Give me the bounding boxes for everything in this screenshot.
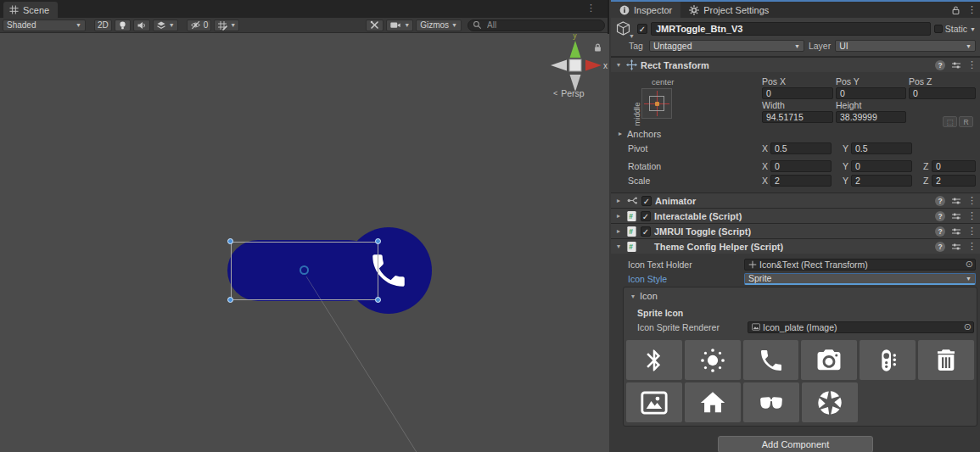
pivot-x-field[interactable]: 0.5: [770, 142, 832, 154]
foldout-collapsed-icon[interactable]: ▸: [614, 227, 623, 235]
interactable-enabled-checkbox[interactable]: ✓: [641, 211, 651, 221]
pos-z-field[interactable]: 0: [909, 87, 976, 99]
jmrui-toggle-script-header[interactable]: ▸ # ✓ JMRUI Toggle (Script) ? ⋮: [611, 223, 980, 238]
anchor-preset-box[interactable]: [641, 88, 672, 119]
scale-y-field[interactable]: 2: [851, 175, 912, 187]
scene-lighting-button[interactable]: [115, 20, 131, 31]
icon-foldout[interactable]: ▾ Icon: [626, 290, 974, 302]
presets-icon[interactable]: [951, 242, 961, 252]
object-picker-icon[interactable]: ⊙: [966, 259, 973, 270]
inspector-menu-icon[interactable]: ⋮: [967, 4, 977, 15]
presets-icon[interactable]: [951, 211, 961, 221]
icon-tile-home[interactable]: [685, 382, 741, 422]
scene-visibility-button[interactable]: 0: [187, 20, 212, 31]
rect-transform-header[interactable]: ▾ Rect Transform ? ⋮: [611, 57, 980, 72]
rotation-x-field[interactable]: 0: [770, 160, 832, 172]
rotation-z-field[interactable]: 0: [932, 160, 976, 172]
presets-icon[interactable]: [951, 226, 961, 237]
help-icon[interactable]: ?: [935, 60, 945, 70]
icon-tile-bluetooth[interactable]: [626, 340, 682, 380]
search-icon: [473, 20, 482, 30]
theme-config-helper-title: Theme Config Helper (Script): [654, 242, 932, 252]
icon-tile-camera[interactable]: [801, 340, 857, 380]
pivot-handle[interactable]: [300, 265, 309, 275]
presets-icon[interactable]: [951, 60, 961, 70]
scene-effects-button[interactable]: ▼: [153, 20, 178, 31]
icon-style-dropdown[interactable]: Sprite ▼: [744, 273, 976, 285]
static-checkbox[interactable]: [934, 25, 943, 33]
chevron-down-icon[interactable]: ▼: [970, 26, 976, 32]
icon-tile-shutter[interactable]: [802, 382, 858, 422]
interactable-script-header[interactable]: ▸ # ✓ Interactable (Script) ? ⋮: [611, 208, 980, 223]
tab-inspector[interactable]: Inspector: [611, 2, 680, 18]
icon-tile-glasses[interactable]: [743, 382, 799, 422]
help-icon[interactable]: ?: [935, 242, 945, 252]
width-field[interactable]: 94.51715: [762, 111, 833, 123]
help-icon[interactable]: ?: [935, 226, 945, 237]
add-component-button[interactable]: Add Component: [718, 436, 873, 452]
foldout-collapsed-icon[interactable]: ▸: [614, 212, 623, 220]
pos-y-field[interactable]: 0: [836, 87, 906, 99]
selection-handle-top-right[interactable]: [375, 238, 381, 244]
icon-tile-image[interactable]: [626, 382, 682, 422]
component-menu-icon[interactable]: ⋮: [967, 195, 977, 206]
anchors-foldout[interactable]: ▸ Anchors: [611, 127, 980, 140]
selection-handle-top-left[interactable]: [227, 238, 233, 244]
component-menu-icon[interactable]: ⋮: [967, 241, 977, 252]
scale-z-field[interactable]: 2: [932, 175, 976, 187]
component-tools-button[interactable]: [366, 20, 384, 31]
icon-text-holder-object-field[interactable]: Icon&Text (Rect Transform) ⊙: [744, 259, 976, 271]
foldout-expanded-icon[interactable]: ▾: [614, 61, 623, 69]
scene-audio-button[interactable]: [133, 20, 150, 31]
2d-toggle-button[interactable]: 2D: [94, 20, 112, 31]
selection-handle-bottom-left[interactable]: [227, 297, 233, 303]
gameobject-active-checkbox[interactable]: ✓: [637, 24, 647, 34]
icon-tile-trash[interactable]: [918, 340, 974, 380]
grid-snapping-button[interactable]: ▼: [214, 20, 239, 31]
pos-x-field[interactable]: 0: [762, 87, 833, 99]
jmrui-toggle-enabled-checkbox[interactable]: ✓: [641, 226, 651, 237]
shading-mode-dropdown[interactable]: Shaded▼: [3, 20, 86, 31]
tab-scene[interactable]: Scene: [3, 2, 58, 18]
animator-header[interactable]: ▸ ✓ Animator ? ⋮: [611, 193, 980, 208]
object-picker-icon[interactable]: ⊙: [964, 321, 972, 332]
gameobject-name-field[interactable]: JMRToggle_Btn_V3: [651, 22, 931, 36]
animator-enabled-checkbox[interactable]: ✓: [641, 196, 652, 206]
tag-dropdown[interactable]: Untagged▼: [649, 40, 804, 52]
help-icon[interactable]: ?: [935, 211, 945, 221]
icon-tile-phone[interactable]: [743, 340, 799, 380]
lock-icon[interactable]: [951, 5, 960, 15]
tools-icon: [369, 20, 380, 31]
selection-handle-bottom-right[interactable]: [375, 297, 381, 303]
pivot-y-field[interactable]: 0.5: [851, 142, 912, 154]
projection-toggle[interactable]: < Persp: [553, 88, 585, 98]
layer-dropdown[interactable]: UI▼: [835, 40, 976, 52]
scene-camera-button[interactable]: ▼: [386, 20, 413, 31]
gameobject-icon-button[interactable]: ▼: [615, 20, 634, 37]
help-icon[interactable]: ?: [935, 196, 945, 206]
icon-sprite-renderer-object-field[interactable]: Icon_plate (Image) ⊙: [748, 321, 974, 333]
scale-x-field[interactable]: 2: [770, 175, 832, 187]
component-menu-icon[interactable]: ⋮: [967, 226, 977, 237]
icon-tile-brightness[interactable]: [685, 340, 741, 380]
raw-edit-mode-button[interactable]: R: [959, 116, 973, 127]
tab-project-settings[interactable]: Project Settings: [680, 2, 777, 18]
theme-config-helper-header[interactable]: ▾ # Theme Config Helper (Script) ? ⋮: [611, 238, 980, 254]
foldout-expanded-icon[interactable]: ▾: [614, 243, 623, 250]
icon-tile-remote[interactable]: [860, 340, 916, 380]
rotation-y-field[interactable]: 0: [851, 160, 912, 172]
foldout-collapsed-icon[interactable]: ▸: [614, 197, 623, 204]
icon-text-holder-label: Icon Text Holder: [628, 259, 744, 270]
blueprint-mode-button[interactable]: ⬚: [943, 116, 957, 127]
scene-search-box[interactable]: [468, 20, 605, 31]
component-menu-icon[interactable]: ⋮: [967, 59, 977, 70]
scene-search-input[interactable]: [485, 20, 587, 31]
scene-panel-menu-icon[interactable]: ⋮: [586, 3, 596, 14]
component-menu-icon[interactable]: ⋮: [967, 210, 977, 221]
lock-icon[interactable]: [593, 42, 602, 53]
gizmos-dropdown[interactable]: Gizmos▼: [416, 20, 462, 31]
height-field[interactable]: 38.39999: [836, 111, 906, 123]
project-settings-tab-label: Project Settings: [703, 5, 769, 15]
scene-canvas[interactable]: y x < Persp: [0, 34, 609, 452]
presets-icon[interactable]: [951, 196, 961, 206]
